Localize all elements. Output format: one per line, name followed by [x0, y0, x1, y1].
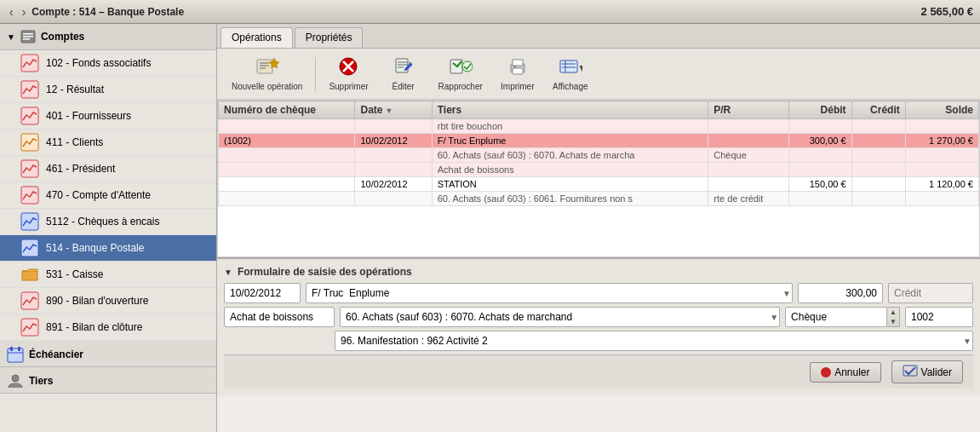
- validate-label: Valider: [921, 366, 952, 378]
- cell-date: [355, 163, 432, 177]
- cell-date: [355, 119, 432, 134]
- sidebar-item-891[interactable]: 891 - Bilan de clôture: [0, 314, 216, 341]
- sidebar-item-890[interactable]: 890 - Bilan d'ouverture: [0, 288, 216, 314]
- imprimer-button[interactable]: Imprimer: [492, 52, 543, 95]
- svg-rect-6: [21, 107, 38, 124]
- sidebar-item-411[interactable]: 411 - Clients: [0, 130, 216, 156]
- cell-pr: [708, 163, 788, 177]
- col-solde[interactable]: Solde: [905, 101, 978, 119]
- col-credit[interactable]: Crédit: [851, 101, 905, 119]
- cheque-num-input[interactable]: [905, 307, 973, 327]
- sidebar-title: Comptes: [41, 31, 84, 43]
- folder-icon-531: [20, 265, 39, 284]
- svg-point-18: [12, 375, 19, 382]
- sidebar-label-891: 891 - Bilan de clôture: [46, 321, 142, 333]
- table-row[interactable]: 10/02/2012 STATION 150,00 € 1 120,00 €: [219, 177, 979, 192]
- mode-input[interactable]: [785, 307, 887, 327]
- editer-button[interactable]: Éditer: [378, 52, 429, 95]
- table-row[interactable]: rbt tire bouchon: [219, 119, 979, 134]
- cell-tiers: F/ Truc Enplume: [432, 134, 708, 148]
- main-layout: ▼ Comptes 102 - Fonds associatifs 12 - R…: [0, 24, 980, 432]
- sidebar-toggle[interactable]: ▼: [7, 32, 15, 42]
- chart-icon-461: [20, 159, 39, 178]
- sidebar-item-401[interactable]: 401 - Fournisseurs: [0, 103, 216, 130]
- validate-icon: [903, 365, 918, 379]
- account2-dropdown-wrapper: ▼: [335, 331, 973, 351]
- cell-pr: [708, 134, 788, 148]
- svg-rect-1: [23, 33, 33, 35]
- section-echeancier[interactable]: Échéancier: [0, 341, 216, 367]
- cell-cheque: (1002): [219, 134, 355, 148]
- account2-input[interactable]: [335, 331, 973, 351]
- col-date[interactable]: Date ▼: [355, 101, 432, 119]
- sidebar-item-514[interactable]: 514 - Banque Postale: [0, 235, 216, 262]
- mode-spinner-group: ▲ ▼: [785, 307, 900, 327]
- table-row[interactable]: 60. Achats (sauf 603) : 6061. Fourniture…: [219, 192, 979, 206]
- supprimer-button[interactable]: Supprimer: [321, 52, 375, 95]
- nouvelle-operation-icon: [255, 56, 279, 80]
- editer-label: Éditer: [392, 82, 414, 91]
- nav-forward-button[interactable]: ›: [20, 5, 29, 19]
- svg-rect-9: [21, 187, 38, 204]
- imprimer-label: Imprimer: [501, 82, 534, 91]
- cancel-button[interactable]: Annuler: [810, 362, 880, 383]
- affichage-button[interactable]: ▼ Affichage: [545, 52, 596, 95]
- date-input[interactable]: [224, 283, 301, 303]
- cell-pr: [708, 119, 788, 134]
- spinner-down[interactable]: ▼: [887, 317, 899, 326]
- table-row[interactable]: 60. Achats (sauf 603) : 6070. Achats de …: [219, 148, 979, 163]
- cell-solde: 1 270,00 €: [905, 134, 978, 148]
- tiers-input[interactable]: [306, 283, 793, 303]
- cell-pr: Chèque: [708, 148, 788, 163]
- rapprocher-button[interactable]: Rapprocher: [431, 52, 490, 95]
- sidebar-item-102[interactable]: 102 - Fonds associatifs: [0, 50, 216, 77]
- date-sort-icon: ▼: [386, 107, 393, 115]
- col-debit[interactable]: Débit: [788, 101, 851, 119]
- account-dropdown-wrapper: ▼: [340, 307, 780, 327]
- col-pr[interactable]: P/R: [708, 101, 788, 119]
- sidebar-item-12[interactable]: 12 - Résultat: [0, 77, 216, 103]
- svg-rect-32: [513, 68, 523, 74]
- notes-input[interactable]: [224, 307, 335, 327]
- credit-input[interactable]: [888, 283, 973, 303]
- section-tiers[interactable]: Tiers: [0, 367, 216, 394]
- sidebar-item-531[interactable]: 531 - Caisse: [0, 262, 216, 288]
- validate-button[interactable]: Valider: [891, 360, 963, 383]
- sidebar-label-461: 461 - Président: [46, 163, 115, 175]
- svg-rect-5: [21, 81, 38, 98]
- nav-back-button[interactable]: ‹: [7, 5, 16, 19]
- chart-icon-102: [20, 54, 39, 72]
- transactions-table-area: Numéro de chèque Date ▼ Tiers P/R: [217, 100, 980, 257]
- table-row[interactable]: Achat de boissons: [219, 163, 979, 177]
- amount-input[interactable]: [798, 283, 883, 303]
- cell-cheque: [219, 148, 355, 163]
- svg-rect-2: [23, 36, 33, 37]
- tabs-bar: Opérations Propriétés: [217, 24, 980, 49]
- cell-date: 10/02/2012: [355, 177, 432, 192]
- col-cheque[interactable]: Numéro de chèque: [219, 101, 355, 119]
- spinner-up[interactable]: ▲: [887, 308, 899, 317]
- sidebar-item-5112[interactable]: 5112 - Chèques à encais: [0, 209, 216, 235]
- col-tiers[interactable]: Tiers: [432, 101, 708, 119]
- cell-credit: [851, 163, 905, 177]
- title-bar: ‹ › Compte : 514 – Banque Postale 2 565,…: [0, 0, 980, 24]
- nouvelle-operation-button[interactable]: Nouvelle opération: [224, 52, 310, 95]
- imprimer-icon: [507, 56, 528, 80]
- sidebar-item-461[interactable]: 461 - Président: [0, 156, 216, 182]
- cell-debit: [788, 119, 851, 134]
- tab-operations[interactable]: Opérations: [221, 27, 293, 48]
- svg-rect-15: [10, 347, 13, 351]
- account-input[interactable]: [340, 307, 780, 327]
- chart-icon-514: [20, 239, 39, 257]
- sidebar-item-470[interactable]: 470 - Compte d'Attente: [0, 182, 216, 209]
- svg-rect-34: [513, 66, 516, 67]
- display-icon: ▼: [559, 56, 582, 77]
- mode-spinner[interactable]: ▲ ▼: [887, 307, 900, 327]
- form-collapse-button[interactable]: ▼: [224, 268, 232, 277]
- cell-credit: [851, 192, 905, 206]
- tab-proprietes[interactable]: Propriétés: [295, 27, 364, 48]
- table-row[interactable]: (1002) 10/02/2012 F/ Truc Enplume 300,00…: [219, 134, 979, 148]
- cell-solde: [905, 163, 978, 177]
- chart-icon-401: [20, 107, 39, 125]
- affichage-icon: ▼: [559, 56, 582, 80]
